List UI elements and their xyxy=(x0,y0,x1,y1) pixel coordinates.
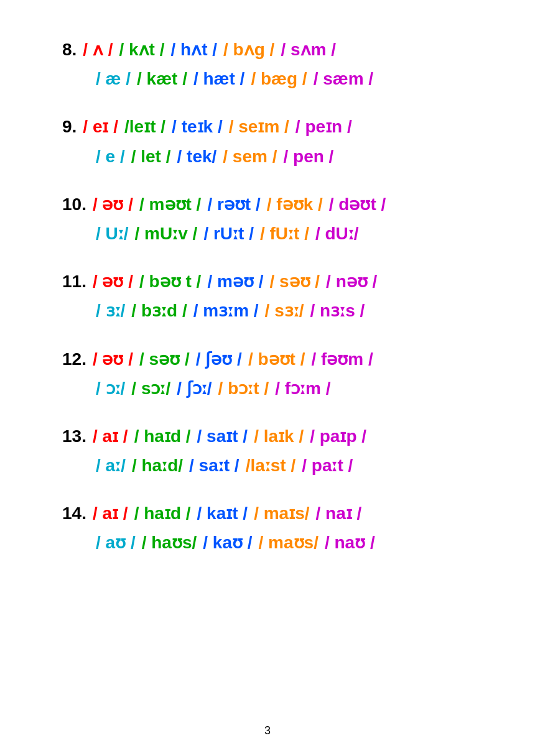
phoneme-item-0-0-0: / ʌ / xyxy=(83,37,113,62)
phoneme-item-0-1-2: / hæt / xyxy=(193,67,244,91)
phoneme-item-4-1-0: / ɔː/ xyxy=(96,376,125,400)
row-6-1: / aʊ // haʊs// kaʊ // maʊs// naʊ / xyxy=(62,530,485,555)
phoneme-item-0-1-3: / bæg / xyxy=(251,67,307,91)
phoneme-item-5-1-2: / saːt / xyxy=(189,453,240,477)
phoneme-item-1-1-2: / tek/ xyxy=(177,144,217,168)
phoneme-item-3-0-3: / səʊ / xyxy=(269,269,320,293)
phoneme-item-2-0-2: / rəʊt / xyxy=(207,192,260,216)
phoneme-item-5-1-1: / haːd/ xyxy=(132,453,183,477)
phoneme-item-2-0-0: / əʊ / xyxy=(93,192,133,216)
phoneme-item-1-1-4: / pen / xyxy=(283,144,333,168)
phoneme-item-3-0-4: / nəʊ / xyxy=(326,269,377,293)
page: 8./ ʌ // kʌt // hʌt // bʌg // sʌm // æ /… xyxy=(0,0,535,756)
phoneme-item-5-0-2: / saɪt / xyxy=(197,424,248,448)
section-number: 10. xyxy=(62,192,86,216)
row-0-1: / æ // kæt // hæt // bæg // sæm / xyxy=(62,67,485,91)
page-number: 3 xyxy=(264,724,271,737)
row-0-0: 8./ ʌ // kʌt // hʌt // bʌg // sʌm / xyxy=(62,37,485,62)
phoneme-item-6-0-4: / naɪ / xyxy=(316,501,362,525)
phoneme-item-6-1-1: / haʊs/ xyxy=(142,530,197,555)
phoneme-item-4-0-3: / bəʊt / xyxy=(248,347,305,371)
phoneme-item-3-0-1: / bəʊ t / xyxy=(139,269,201,293)
section-section14: 14./ aɪ // haɪd // kaɪt // maɪs// naɪ //… xyxy=(62,501,485,555)
phoneme-item-6-1-3: / maʊs/ xyxy=(259,530,319,555)
phoneme-item-4-1-4: / fɔːm / xyxy=(275,376,330,400)
section-section9: 9./ eɪ //leɪt // teɪk // seɪm // peɪn //… xyxy=(62,114,485,168)
phoneme-item-3-0-2: / məʊ / xyxy=(207,269,263,293)
phoneme-item-5-0-0: / aɪ / xyxy=(93,424,128,448)
phoneme-item-2-0-1: / məʊt / xyxy=(139,192,201,216)
phoneme-item-4-1-1: / sɔː/ xyxy=(131,376,170,400)
phoneme-item-5-1-4: / paːt / xyxy=(302,453,353,477)
phoneme-item-6-1-0: / aʊ / xyxy=(96,530,136,555)
row-4-0: 12./ əʊ // səʊ // ʃəʊ // bəʊt // fəʊm / xyxy=(62,347,485,371)
phoneme-item-5-0-4: / paɪp / xyxy=(310,424,366,448)
section-number: 12. xyxy=(62,347,86,371)
phoneme-item-1-0-3: / seɪm / xyxy=(229,114,289,139)
phoneme-item-4-0-1: / səʊ / xyxy=(139,347,190,371)
row-2-1: / Uː// mUːv // rUːt // fUːt // dUː/ xyxy=(62,221,485,246)
phoneme-item-4-0-2: / ʃəʊ / xyxy=(196,347,242,371)
phoneme-item-2-0-3: / fəʊk / xyxy=(267,192,323,216)
phoneme-item-3-1-3: / sɜː/ xyxy=(265,298,304,323)
phoneme-item-6-1-2: / kaʊ / xyxy=(203,530,252,555)
row-2-0: 10./ əʊ // məʊt // rəʊt // fəʊk // dəʊt … xyxy=(62,192,485,216)
section-section12: 12./ əʊ // səʊ // ʃəʊ // bəʊt // fəʊm //… xyxy=(62,347,485,400)
section-section10: 10./ əʊ // məʊt // rəʊt // fəʊk // dəʊt … xyxy=(62,192,485,246)
phoneme-item-6-0-1: / haɪd / xyxy=(134,501,191,525)
section-number: 14. xyxy=(62,501,86,525)
phoneme-item-0-0-4: / sʌm / xyxy=(281,37,336,62)
phoneme-item-1-0-0: / eɪ / xyxy=(83,114,118,139)
phoneme-item-3-1-1: / bɜːd / xyxy=(131,298,187,323)
phoneme-item-1-0-1: /leɪt / xyxy=(124,114,165,139)
row-6-0: 14./ aɪ // haɪd // kaɪt // maɪs// naɪ / xyxy=(62,501,485,525)
phoneme-item-1-1-0: / e / xyxy=(96,144,125,168)
row-4-1: / ɔː// sɔː// ʃɔː// bɔːt // fɔːm / xyxy=(62,376,485,400)
phoneme-item-4-1-2: / ʃɔː/ xyxy=(177,376,212,400)
phoneme-item-0-0-1: / kʌt / xyxy=(119,37,164,62)
phoneme-item-2-1-4: / dUː/ xyxy=(315,221,359,246)
section-number: 13. xyxy=(62,424,86,448)
phoneme-item-2-1-2: / rUːt / xyxy=(203,221,254,246)
phoneme-item-0-1-0: / æ / xyxy=(96,67,131,91)
phoneme-item-1-1-3: / sem / xyxy=(223,144,277,168)
row-5-0: 13./ aɪ // haɪd // saɪt // laɪk // paɪp … xyxy=(62,424,485,448)
section-number: 11. xyxy=(62,269,86,293)
section-number: 8. xyxy=(62,37,77,62)
phoneme-item-1-1-1: / let / xyxy=(131,144,171,168)
row-5-1: / aː// haːd// saːt //laːst // paːt / xyxy=(62,453,485,477)
section-section13: 13./ aɪ // haɪd // saɪt // laɪk // paɪp … xyxy=(62,424,485,477)
phoneme-item-0-0-3: / bʌg / xyxy=(223,37,274,62)
phoneme-item-6-1-4: / naʊ / xyxy=(325,530,375,555)
row-3-0: 11./ əʊ // bəʊ t // məʊ // səʊ // nəʊ / xyxy=(62,269,485,293)
section-section8: 8./ ʌ // kʌt // hʌt // bʌg // sʌm // æ /… xyxy=(62,37,485,91)
phoneme-item-1-0-2: / teɪk / xyxy=(172,114,223,139)
phoneme-item-5-1-0: / aː/ xyxy=(96,453,126,477)
phoneme-item-6-0-0: / aɪ / xyxy=(93,501,128,525)
phoneme-item-5-0-3: / laɪk / xyxy=(254,424,304,448)
phoneme-item-4-0-0: / əʊ / xyxy=(93,347,133,371)
phoneme-item-5-1-3: /laːst / xyxy=(246,453,296,477)
phoneme-item-4-1-3: / bɔːt / xyxy=(218,376,269,400)
section-section11: 11./ əʊ // bəʊ t // məʊ // səʊ // nəʊ //… xyxy=(62,269,485,323)
phoneme-item-6-0-2: / kaɪt / xyxy=(197,501,248,525)
phoneme-item-3-1-4: / nɜːs / xyxy=(310,298,365,323)
row-1-0: 9./ eɪ //leɪt // teɪk // seɪm // peɪn / xyxy=(62,114,485,139)
phoneme-item-4-0-4: / fəʊm / xyxy=(311,347,373,371)
phoneme-item-2-1-1: / mUːv / xyxy=(135,221,198,246)
phoneme-item-1-0-4: / peɪn / xyxy=(295,114,352,139)
phoneme-item-3-1-2: / mɜːm / xyxy=(193,298,259,323)
phoneme-item-6-0-3: / maɪs/ xyxy=(254,501,309,525)
phoneme-item-2-0-4: / dəʊt / xyxy=(329,192,386,216)
row-1-1: / e // let // tek// sem // pen / xyxy=(62,144,485,168)
phoneme-item-2-1-0: / Uː/ xyxy=(96,221,129,246)
section-number: 9. xyxy=(62,114,77,139)
phoneme-item-0-0-2: / hʌt / xyxy=(171,37,218,62)
phoneme-item-3-1-0: / ɜː/ xyxy=(96,298,125,323)
phoneme-item-0-1-4: / sæm / xyxy=(314,67,373,91)
phoneme-item-2-1-3: / fUːt / xyxy=(260,221,309,246)
phoneme-item-0-1-1: / kæt / xyxy=(137,67,187,91)
phoneme-item-3-0-0: / əʊ / xyxy=(93,269,133,293)
row-3-1: / ɜː// bɜːd // mɜːm // sɜː// nɜːs / xyxy=(62,298,485,323)
phoneme-item-5-0-1: / haɪd / xyxy=(134,424,191,448)
